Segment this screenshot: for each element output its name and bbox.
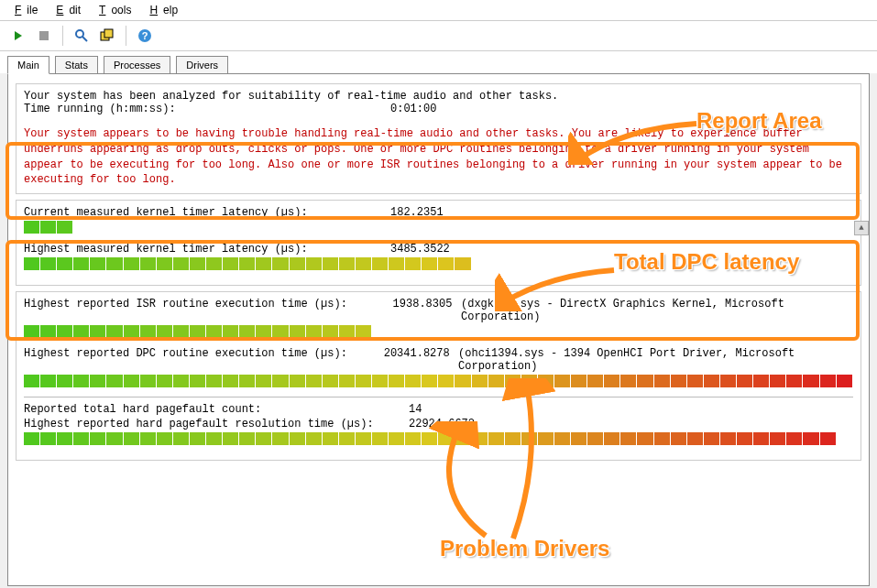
menu-tools[interactable]: Tools (88, 2, 137, 18)
toolbar-separator (126, 26, 126, 46)
menu-bar: File Edit Tools Help (0, 0, 877, 21)
menu-file[interactable]: File (4, 2, 43, 18)
magnifier-icon (74, 28, 89, 43)
menu-edit[interactable]: Edit (45, 2, 86, 18)
svg-line-3 (82, 37, 87, 41)
drivers-block: Highest reported ISR routine execution t… (16, 291, 861, 461)
pagefault-time-value: 22924.6672 (409, 418, 475, 430)
svg-marker-0 (15, 31, 22, 40)
scroll-up-arrow[interactable]: ▲ (854, 221, 869, 235)
windows-button[interactable] (96, 25, 118, 47)
report-analyzed-line: Your system has been analyzed for suitab… (24, 90, 853, 103)
tab-strip: Main Stats Processes Drivers (0, 51, 877, 73)
play-icon (13, 30, 24, 41)
current-latency-bar (24, 221, 853, 234)
refresh-button[interactable] (71, 25, 93, 47)
report-summary-block: Your system has been analyzed for suitab… (16, 83, 861, 194)
tab-drivers[interactable]: Drivers (176, 56, 228, 74)
isr-label: Highest reported ISR routine execution t… (24, 298, 393, 323)
pagefault-count-value: 14 (409, 403, 422, 416)
highest-latency-value: 3485.3522 (390, 243, 450, 256)
isr-value: 1938.8305 (393, 298, 453, 323)
svg-text:?: ? (142, 30, 148, 41)
menu-help[interactable]: Help (138, 2, 183, 18)
isr-driver: (dxgkrnl.sys - DirectX Graphics Kernel, … (461, 298, 853, 323)
current-latency-label: Current measured kernel timer latency (µ… (24, 206, 390, 219)
current-latency-value: 182.2351 (390, 206, 444, 219)
tab-main[interactable]: Main (7, 56, 49, 74)
section-divider (24, 397, 853, 397)
help-icon: ? (137, 28, 152, 43)
dpc-value: 20341.8278 (384, 347, 450, 373)
time-running-label: Time running (h:mm:ss): (24, 103, 390, 115)
svg-rect-5 (104, 29, 113, 38)
highest-latency-label: Highest measured kernel timer latency (µ… (24, 243, 390, 256)
pagefault-time-label: Highest reported hard pagefault resoluti… (24, 418, 409, 430)
isr-bar (24, 325, 853, 338)
dpc-label: Highest reported DPC routine execution t… (24, 347, 384, 373)
help-button[interactable]: ? (134, 25, 156, 47)
svg-rect-1 (39, 31, 49, 40)
tab-stats[interactable]: Stats (55, 56, 98, 74)
latency-block: Current measured kernel timer latency (µ… (16, 200, 861, 286)
tab-processes[interactable]: Processes (104, 56, 170, 74)
toolbar: ? (0, 21, 877, 51)
dpc-bar (24, 375, 853, 387)
svg-point-2 (76, 30, 83, 38)
report-warning-text: Your system appears to be having trouble… (24, 126, 853, 188)
highest-latency-bar (24, 257, 853, 270)
stop-button[interactable] (33, 25, 55, 47)
play-button[interactable] (7, 25, 29, 47)
time-running-value: 0:01:00 (390, 103, 436, 115)
windows-icon (100, 28, 115, 43)
dpc-driver: (ohci1394.sys - 1394 OpenHCI Port Driver… (458, 347, 853, 373)
pagefault-bar (24, 432, 853, 445)
stop-icon (39, 31, 49, 40)
toolbar-separator (62, 26, 63, 46)
main-content: Your system has been analyzed for suitab… (7, 73, 870, 586)
pagefault-count-label: Reported total hard pagefault count: (24, 403, 409, 416)
